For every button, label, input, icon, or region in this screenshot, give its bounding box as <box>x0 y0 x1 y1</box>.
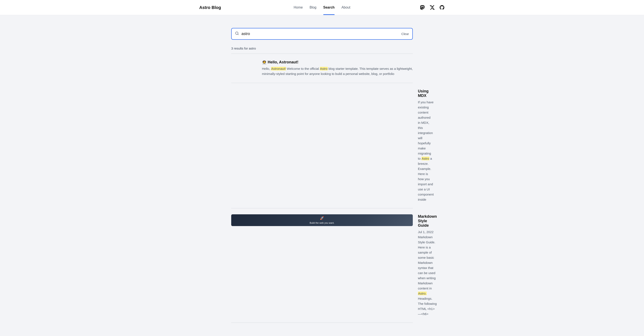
results-count: 3 results for astro <box>231 47 413 50</box>
thumbnail-text: Build the web you want. <box>310 221 334 224</box>
highlight-astronaut: Astronaut! <box>271 67 286 70</box>
search-input[interactable] <box>242 32 401 36</box>
thumbnail-icon: 🚀 <box>320 216 324 221</box>
github-link[interactable] <box>439 5 445 10</box>
svg-line-1 <box>238 34 238 35</box>
mastodon-icon <box>420 5 425 10</box>
site-header: Astro Blog HomeBlogSearchAbout <box>0 0 644 15</box>
result-thumbnail-markdown: 🚀 Build the web you want. <box>231 214 413 226</box>
bottom-divider <box>231 322 413 323</box>
nav-link-home[interactable]: Home <box>294 0 303 15</box>
highlight-astro-2: Astro <box>422 157 430 160</box>
twitter-icon <box>430 5 435 10</box>
mastodon-link[interactable] <box>420 5 425 10</box>
result-title[interactable]: Using MDX <box>418 89 434 98</box>
nav-link-search[interactable]: Search <box>323 0 334 15</box>
result-title[interactable]: Markdown Style Guide <box>418 214 437 228</box>
brand-logo[interactable]: Astro Blog <box>199 5 221 10</box>
result-excerpt: Jul 1, 2022 Markdown Style Guide. Here i… <box>418 230 437 316</box>
search-icon <box>235 31 239 36</box>
twitter-link[interactable] <box>430 5 435 10</box>
result-item: 🚀 Build the web you want. Markdown Style… <box>231 208 413 322</box>
result-title[interactable]: 🧑‍🚀 Hello, Astronaut! <box>262 60 413 64</box>
main-content: Clear 3 results for astro 🧑‍🚀 Hello, Ast… <box>226 15 418 331</box>
highlight-astro-1: Astro <box>320 67 328 70</box>
nav-link-blog[interactable]: Blog <box>310 0 316 15</box>
result-content: Using MDX If you have existing content a… <box>418 89 434 202</box>
search-box: Clear <box>231 28 413 40</box>
result-content: 🧑‍🚀 Hello, Astronaut! Hello, Astronaut! … <box>262 60 413 76</box>
result-item: 🧑‍🚀 Hello, Astronaut! Hello, Astronaut! … <box>231 54 413 83</box>
nav-link-about[interactable]: About <box>342 0 350 15</box>
result-excerpt: Hello, Astronaut! Welcome to the officia… <box>262 66 413 76</box>
result-no-thumbnail <box>231 60 257 77</box>
github-icon <box>439 5 445 10</box>
result-excerpt: If you have existing content authored in… <box>418 100 434 202</box>
result-content: Markdown Style Guide Jul 1, 2022 Markdow… <box>418 214 437 316</box>
clear-button[interactable]: Clear <box>401 32 409 36</box>
result-item: Using MDX If you have existing content a… <box>231 83 413 208</box>
nav-links: HomeBlogSearchAbout <box>294 0 350 15</box>
nav-social-icons <box>420 5 445 10</box>
highlight-astro-3: Astro. <box>418 292 427 295</box>
main-nav: Astro Blog HomeBlogSearchAbout <box>194 0 450 15</box>
